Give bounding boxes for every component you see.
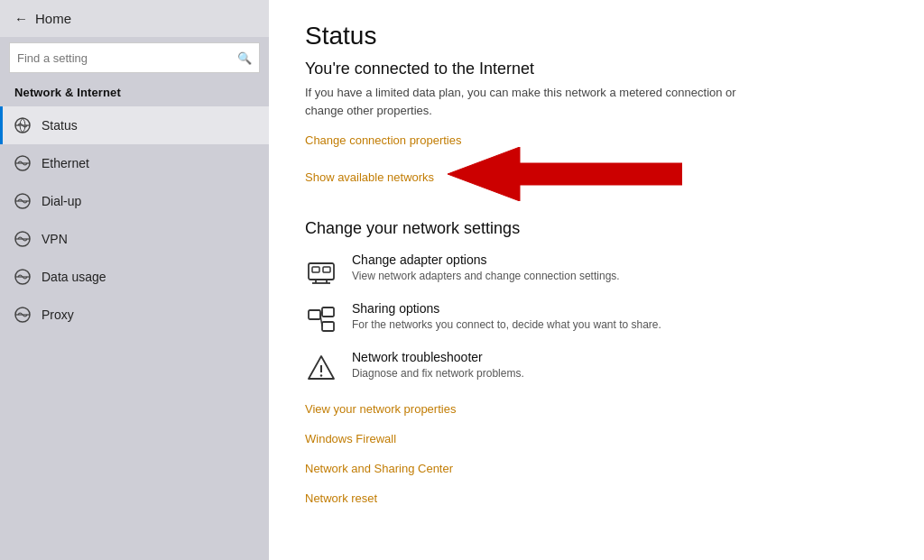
sharing-desc: For the networks you connect to, decide … xyxy=(352,317,661,333)
svg-rect-15 xyxy=(323,267,330,272)
sidebar-item-dialup-label: Dial-up xyxy=(42,194,81,208)
datausage-icon xyxy=(14,269,31,285)
settings-list: Change adapter options View network adap… xyxy=(305,252,888,384)
change-connection-link[interactable]: Change connection properties xyxy=(305,133,888,147)
status-connected-text: You're connected to the Internet xyxy=(305,60,888,78)
search-icon: 🔍 xyxy=(237,51,252,65)
sidebar-section-title: Network & Internet xyxy=(0,82,269,106)
sidebar-item-ethernet[interactable]: Ethernet xyxy=(0,144,269,182)
troubleshooter-title: Network troubleshooter xyxy=(352,350,524,364)
show-networks-row: Show available networks xyxy=(305,154,888,201)
home-icon: ← xyxy=(14,11,28,26)
settings-item-adapter[interactable]: Change adapter options View network adap… xyxy=(305,252,888,287)
status-icon xyxy=(14,117,31,133)
adapter-text: Change adapter options View network adap… xyxy=(352,252,620,284)
windows-firewall-link[interactable]: Windows Firewall xyxy=(305,432,888,445)
sidebar-item-dialup[interactable]: Dial-up xyxy=(0,182,269,220)
adapter-desc: View network adapters and change connect… xyxy=(352,269,620,284)
sidebar-item-vpn[interactable]: VPN xyxy=(0,220,269,258)
view-network-properties-link[interactable]: View your network properties xyxy=(305,402,888,416)
svg-point-26 xyxy=(320,374,322,376)
search-box[interactable]: 🔍 xyxy=(9,42,260,73)
vpn-icon xyxy=(14,231,31,247)
settings-item-sharing[interactable]: Sharing options For the networks you con… xyxy=(305,301,888,335)
main-content: Status You're connected to the Internet … xyxy=(269,0,924,560)
sharing-text: Sharing options For the networks you con… xyxy=(352,301,661,333)
sidebar-nav: Status Ethernet Dial-up xyxy=(0,106,269,560)
sidebar-item-proxy-label: Proxy xyxy=(42,308,74,322)
svg-rect-21 xyxy=(322,322,334,331)
status-description: If you have a limited data plan, you can… xyxy=(305,84,738,119)
sharing-icon xyxy=(305,303,337,335)
sidebar-item-datausage[interactable]: Data usage xyxy=(0,258,269,296)
network-reset-link[interactable]: Network reset xyxy=(305,491,888,505)
settings-item-troubleshooter[interactable]: Network troubleshooter Diagnose and fix … xyxy=(305,350,888,384)
sidebar-item-status-label: Status xyxy=(42,118,78,133)
show-networks-link[interactable]: Show available networks xyxy=(305,170,434,184)
sidebar-home-button[interactable]: ← Home xyxy=(0,0,269,37)
sidebar-item-proxy[interactable]: Proxy xyxy=(0,296,269,334)
svg-marker-12 xyxy=(448,147,682,201)
proxy-icon xyxy=(14,307,31,323)
adapter-icon xyxy=(305,254,337,287)
search-input[interactable] xyxy=(17,51,237,65)
svg-rect-19 xyxy=(309,310,320,319)
network-sharing-center-link[interactable]: Network and Sharing Center xyxy=(305,462,888,475)
dialup-icon xyxy=(14,193,31,209)
sidebar: ← Home 🔍 Network & Internet Status xyxy=(0,0,269,560)
sidebar-item-status[interactable]: Status xyxy=(0,106,269,144)
troubleshooter-desc: Diagnose and fix network problems. xyxy=(352,366,524,381)
ethernet-icon xyxy=(14,155,31,171)
svg-rect-20 xyxy=(322,308,334,317)
page-title: Status xyxy=(305,22,888,50)
svg-rect-14 xyxy=(312,267,319,272)
sidebar-item-vpn-label: VPN xyxy=(42,232,68,246)
sidebar-item-datausage-label: Data usage xyxy=(42,270,106,284)
bottom-links: View your network properties Windows Fir… xyxy=(305,402,888,512)
adapter-title: Change adapter options xyxy=(352,252,620,267)
troubleshooter-icon xyxy=(305,352,337,384)
troubleshooter-text: Network troubleshooter Diagnose and fix … xyxy=(352,350,524,381)
sidebar-item-ethernet-label: Ethernet xyxy=(42,156,89,170)
sharing-title: Sharing options xyxy=(352,301,661,316)
home-label: Home xyxy=(35,11,71,26)
change-network-heading: Change your network settings xyxy=(305,219,888,238)
arrow-annotation xyxy=(448,147,682,201)
